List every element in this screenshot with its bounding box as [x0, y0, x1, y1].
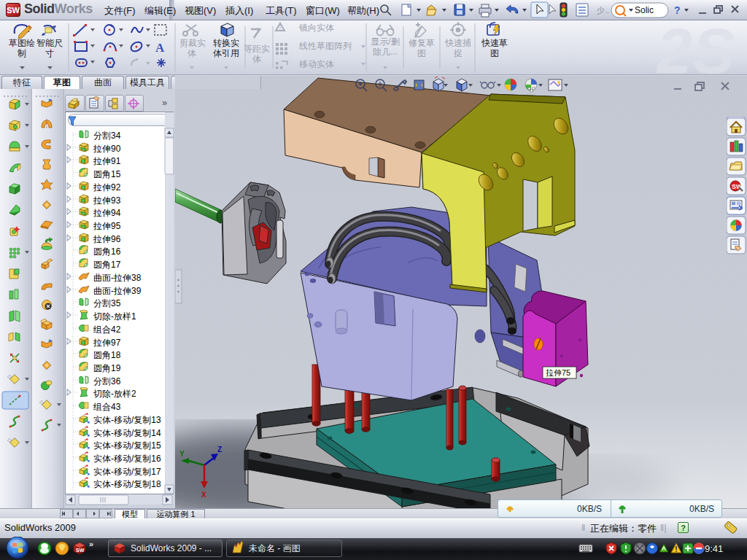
- svg-text:?: ?: [674, 4, 681, 16]
- svg-text:拉伸75: 拉伸75: [546, 368, 570, 377]
- svg-text:A: A: [155, 41, 165, 55]
- svg-text:Y: Y: [179, 450, 185, 458]
- svg-text:X: X: [201, 491, 206, 499]
- svg-text:»: »: [89, 540, 93, 548]
- svg-text:Z: Z: [217, 446, 222, 454]
- svg-text:SW: SW: [76, 548, 85, 553]
- svg-text:少..: 少..: [597, 6, 609, 15]
- svg-text:Solic: Solic: [635, 5, 654, 15]
